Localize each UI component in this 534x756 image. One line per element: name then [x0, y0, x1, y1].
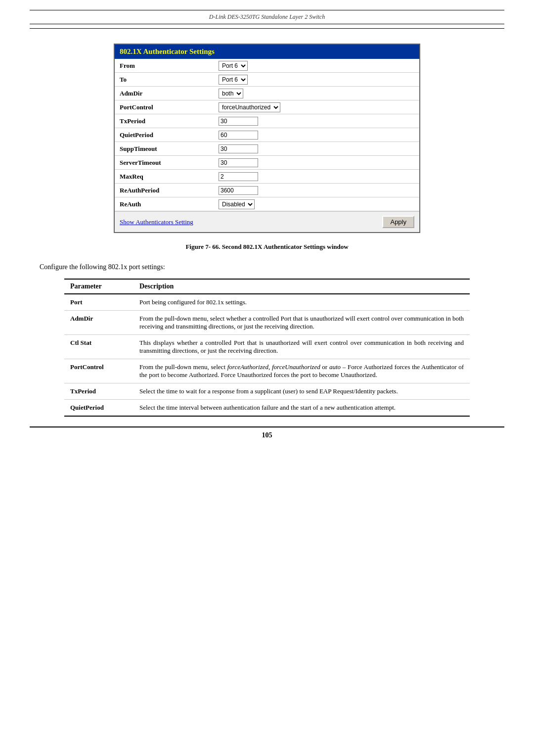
- reauthperiod-label: ReAuthPeriod: [120, 187, 219, 194]
- to-label: To: [120, 76, 219, 84]
- maxreq-row: MaxReq: [115, 170, 419, 184]
- reauth-row: ReAuth Disabled: [115, 197, 419, 211]
- maxreq-label: MaxReq: [120, 173, 219, 181]
- admdir-value[interactable]: both: [219, 89, 414, 98]
- maxreq-value[interactable]: [219, 172, 414, 181]
- admdir-row: AdmDir both: [115, 87, 419, 100]
- reauth-select[interactable]: Disabled: [219, 199, 255, 209]
- reauthperiod-input[interactable]: [219, 186, 258, 195]
- servertimeout-value[interactable]: [219, 158, 414, 167]
- col-header-parameter: Parameter: [64, 279, 134, 294]
- txperiod-row: TxPeriod: [115, 114, 419, 128]
- parameter-table: Parameter Description Port Port being co…: [64, 279, 470, 417]
- table-row: PortControl From the pull-down menu, sel…: [64, 359, 470, 383]
- header-text: D-Link DES-3250TG Standalone Layer 2 Swi…: [209, 13, 325, 20]
- table-row: TxPeriod Select the time to wait for a r…: [64, 383, 470, 400]
- quietperiod-row: QuietPeriod: [115, 128, 419, 142]
- settings-panel: 802.1X Authenticator Settings From Port …: [114, 44, 420, 233]
- param-ctlstat: Ctl Stat: [64, 335, 134, 359]
- maxreq-input[interactable]: [219, 172, 258, 181]
- servertimeout-label: ServerTimeout: [120, 159, 219, 167]
- portcontrol-value[interactable]: forceUnauthorized: [219, 102, 414, 112]
- param-quietperiod: QuietPeriod: [64, 400, 134, 417]
- admdir-select[interactable]: both: [219, 89, 243, 98]
- admdir-label: AdmDir: [120, 90, 219, 97]
- reauth-value[interactable]: Disabled: [219, 199, 414, 209]
- supptimeout-value[interactable]: [219, 144, 414, 153]
- param-txperiod: TxPeriod: [64, 383, 134, 400]
- col-header-description: Description: [134, 279, 470, 294]
- desc-ctlstat: This displays whether a controlled Port …: [134, 335, 470, 359]
- apply-button[interactable]: Apply: [382, 216, 414, 228]
- show-authenticators-link[interactable]: Show Authenticators Setting: [120, 218, 193, 226]
- param-portcontrol: PortControl: [64, 359, 134, 383]
- servertimeout-row: ServerTimeout: [115, 156, 419, 170]
- supptimeout-row: SuppTimeout: [115, 142, 419, 156]
- reauth-label: ReAuth: [120, 200, 219, 208]
- reauthperiod-value[interactable]: [219, 186, 414, 195]
- desc-quietperiod: Select the time interval between authent…: [134, 400, 470, 417]
- desc-admdir: From the pull-down menu, select whether …: [134, 311, 470, 335]
- from-value[interactable]: Port 6: [219, 61, 414, 71]
- portcontrol-select[interactable]: forceUnauthorized: [219, 102, 280, 112]
- to-value[interactable]: Port 6: [219, 75, 414, 85]
- from-row: From Port 6: [115, 59, 419, 73]
- quietperiod-input[interactable]: [219, 131, 258, 140]
- table-row: Port Port being configured for 802.1x se…: [64, 294, 470, 311]
- supptimeout-label: SuppTimeout: [120, 145, 219, 153]
- table-row: QuietPeriod Select the time interval bet…: [64, 400, 470, 417]
- txperiod-value[interactable]: [219, 117, 414, 126]
- panel-title: 802.1X Authenticator Settings: [115, 45, 419, 59]
- desc-txperiod: Select the time to wait for a response f…: [134, 383, 470, 400]
- to-select[interactable]: Port 6: [219, 75, 248, 85]
- from-select[interactable]: Port 6: [219, 61, 248, 71]
- quietperiod-label: QuietPeriod: [120, 131, 219, 139]
- portcontrol-label: PortControl: [120, 103, 219, 111]
- portcontrol-row: PortControl forceUnauthorized: [115, 100, 419, 114]
- figure-caption: Figure 7- 66. Second 802.1X Authenticato…: [30, 243, 504, 251]
- supptimeout-input[interactable]: [219, 144, 258, 153]
- param-admdir: AdmDir: [64, 311, 134, 335]
- config-intro: Configure the following 802.1x port sett…: [40, 263, 504, 271]
- txperiod-label: TxPeriod: [120, 117, 219, 125]
- servertimeout-input[interactable]: [219, 158, 258, 167]
- page-container: D-Link DES-3250TG Standalone Layer 2 Swi…: [0, 0, 534, 756]
- txperiod-input[interactable]: [219, 117, 258, 126]
- table-row: AdmDir From the pull-down menu, select w…: [64, 311, 470, 335]
- page-number: 105: [30, 426, 504, 439]
- desc-portcontrol: From the pull-down menu, select forceAut…: [134, 359, 470, 383]
- quietperiod-value[interactable]: [219, 131, 414, 140]
- table-row: Ctl Stat This displays whether a control…: [64, 335, 470, 359]
- to-row: To Port 6: [115, 73, 419, 87]
- from-label: From: [120, 62, 219, 70]
- param-port: Port: [64, 294, 134, 311]
- panel-footer: Show Authenticators Setting Apply: [115, 211, 419, 232]
- reauthperiod-row: ReAuthPeriod: [115, 184, 419, 197]
- desc-port: Port being configured for 802.1x setting…: [134, 294, 470, 311]
- page-header: D-Link DES-3250TG Standalone Layer 2 Swi…: [30, 10, 504, 29]
